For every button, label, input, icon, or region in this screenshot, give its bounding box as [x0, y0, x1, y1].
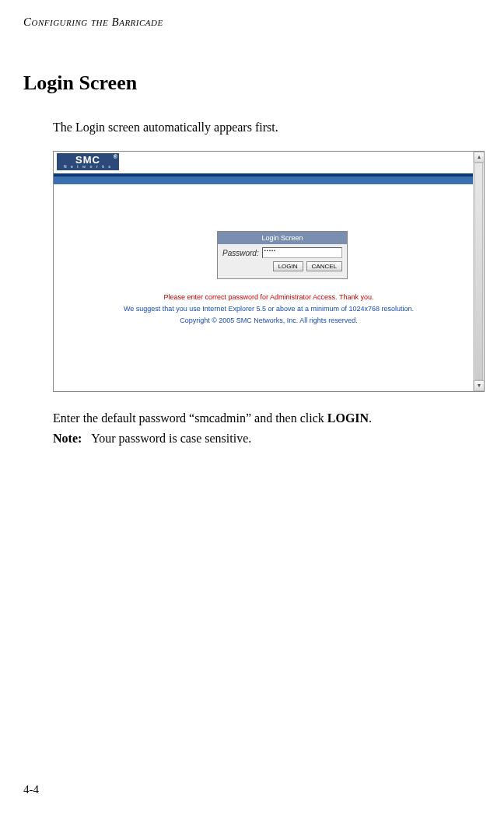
instr-bold: LOGIN [327, 411, 369, 425]
scroll-thumb[interactable] [474, 163, 483, 380]
note-text: Your password is case sensitive. [91, 432, 251, 445]
scroll-down-button[interactable]: ▾ [474, 380, 485, 391]
instr-post: . [369, 411, 372, 425]
password-input[interactable]: ••••• [262, 247, 342, 258]
login-screenshot: ® SMC N e t w o r k s Login Screen Passw… [53, 151, 485, 392]
section-title: Login Screen [23, 72, 481, 95]
running-head: Configuring the Barricade [23, 16, 481, 29]
screenshot-header: ® SMC N e t w o r k s [54, 152, 484, 173]
instruction-paragraph: Enter the default password “smcadmin” an… [53, 409, 481, 428]
note-label: Note: [53, 432, 82, 445]
smc-logo: ® SMC N e t w o r k s [57, 153, 119, 170]
header-bar-light [54, 177, 484, 184]
copyright-text: Copyright © 2005 SMC Networks, Inc. All … [54, 317, 484, 324]
login-box-title: Login Screen [218, 232, 347, 244]
login-button[interactable]: LOGIN [273, 261, 303, 271]
instr-pre: Enter the default password “smcadmin” an… [53, 411, 327, 425]
login-box: Login Screen Password: ••••• LOGIN CANCE… [217, 231, 348, 279]
note-line: Note:Your password is case sensitive. [53, 428, 481, 449]
page-number: 4-4 [23, 783, 39, 796]
password-label: Password: [222, 249, 259, 257]
cancel-button[interactable]: CANCEL [306, 261, 342, 271]
scroll-up-button[interactable]: ▴ [474, 152, 485, 163]
scrollbar[interactable]: ▴ ▾ [473, 152, 484, 391]
screenshot-body: Login Screen Password: ••••• LOGIN CANCE… [54, 184, 484, 391]
browser-suggestion: We suggest that you use Internet Explore… [54, 305, 484, 313]
intro-paragraph: The Login screen automatically appears f… [53, 118, 481, 137]
logo-subtext: N e t w o r k s [64, 165, 112, 169]
logo-registered: ® [114, 154, 117, 159]
error-message: Please enter correct password for Admini… [54, 293, 484, 301]
